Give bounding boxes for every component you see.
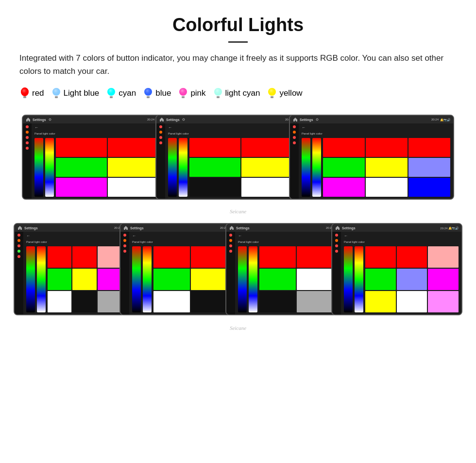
svg-point-27 (316, 119, 318, 120)
color-item-lightblue: Light blue (51, 86, 100, 100)
screen-unit-bottom-2: Settings 20:24 ← Panel lig (119, 223, 231, 315)
bulb-icon-lightcyan (213, 86, 223, 100)
svg-point-20 (268, 88, 276, 96)
svg-marker-30 (230, 226, 234, 230)
color-label-lightblue: Light blue (64, 88, 100, 98)
color-item-lightcyan: light cyan (213, 86, 260, 100)
svg-point-17 (214, 88, 222, 96)
color-label-pink: pink (190, 88, 205, 98)
bulb-icon-blue (143, 86, 153, 100)
color-item-cyan: cyan (106, 86, 136, 100)
color-item-blue: blue (143, 86, 171, 100)
color-item-yellow: yellow (267, 86, 302, 100)
screen-unit-top-2: Settings 20:24 (155, 115, 296, 200)
svg-rect-15 (182, 96, 185, 98)
screen-unit-top-3: Settings 20:24 🔔📷🔊 (289, 115, 454, 200)
watermark-2: Seicane (19, 325, 457, 331)
svg-point-14 (179, 88, 187, 96)
svg-marker-22 (26, 118, 30, 121)
bulb-icon-yellow (267, 86, 277, 100)
bulb-icon-pink (178, 86, 188, 100)
color-item-red: red (19, 86, 44, 100)
color-label-cyan: cyan (119, 88, 136, 98)
svg-point-11 (144, 88, 152, 96)
watermark-1: Seicane (19, 208, 457, 214)
svg-point-23 (49, 119, 51, 120)
screen-unit-top-1: Settings 20:24 ▲ (22, 115, 163, 200)
svg-point-2 (21, 88, 29, 96)
screens-container: Settings 20:24 ▲ (19, 115, 457, 331)
svg-marker-31 (336, 226, 340, 230)
svg-marker-28 (18, 226, 22, 230)
color-label-red: red (32, 88, 44, 98)
bulb-icon-lightblue (51, 86, 62, 100)
page-description: Integrated with 7 colors of button indic… (19, 51, 457, 78)
svg-marker-24 (160, 118, 164, 121)
title-divider (228, 41, 248, 43)
color-label-lightcyan: light cyan (225, 88, 260, 98)
status-bar-1: Settings 20:24 ▲ (23, 116, 162, 123)
svg-rect-12 (147, 96, 150, 98)
color-label-blue: blue (155, 88, 171, 98)
svg-rect-3 (23, 96, 26, 98)
svg-point-25 (183, 119, 185, 120)
svg-rect-9 (110, 96, 113, 98)
color-indicator-row: red Light blue (19, 86, 457, 100)
bottom-screen-row: Settings 20:24 ← (19, 223, 457, 315)
screen-unit-bottom-1: Settings 20:24 ← (14, 223, 125, 315)
color-label-yellow: yellow (279, 88, 302, 98)
page-title: Colorful Lights (19, 15, 457, 35)
svg-rect-21 (271, 96, 273, 98)
status-bar-3: Settings 20:24 🔔📷🔊 (290, 116, 453, 123)
svg-point-8 (107, 88, 115, 96)
svg-marker-29 (124, 226, 128, 230)
color-item-pink: pink (178, 86, 205, 100)
svg-marker-26 (293, 118, 297, 121)
svg-point-5 (52, 88, 60, 96)
bulb-icon-cyan (106, 86, 117, 100)
svg-rect-6 (55, 96, 58, 98)
svg-rect-18 (217, 96, 220, 98)
screen-unit-bottom-3: Settings 20:24 ← Panel lig (225, 223, 337, 315)
bulb-icon-red (19, 86, 30, 100)
status-bar-2: Settings 20:24 (156, 116, 295, 123)
top-screen-row: Settings 20:24 ▲ (19, 115, 457, 200)
screen-unit-bottom-4: Settings 20:24 🔔📷🔊 ← Pa (331, 223, 462, 315)
page-wrapper: Colorful Lights Integrated with 7 colors… (0, 0, 476, 350)
